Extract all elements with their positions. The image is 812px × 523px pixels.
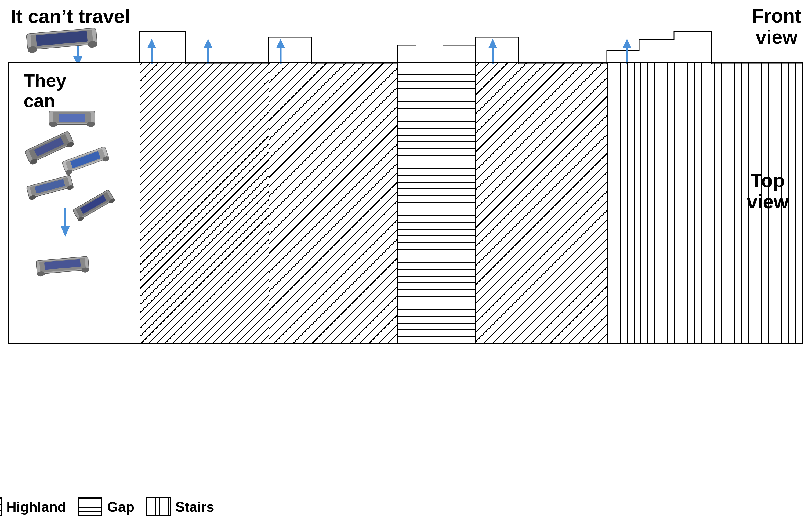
svg-marker-4: [203, 39, 213, 48]
arrow-up-3: [274, 39, 287, 65]
svg-rect-16: [58, 113, 85, 122]
legend-label-gap: Gap: [107, 499, 134, 515]
arrow-up-2: [201, 39, 215, 65]
robot-1: [45, 107, 99, 128]
legend-item-gap: Gap: [78, 498, 134, 516]
svg-marker-8: [488, 39, 497, 48]
highland2-section: [476, 62, 608, 343]
highland-section: [269, 62, 398, 343]
label-they-can: Theycan: [24, 71, 66, 111]
svg-marker-13: [61, 226, 70, 236]
main-diagram: Theycan Topview: [8, 62, 803, 344]
arrow-up-5: [620, 39, 634, 65]
legend-box-gap: [78, 498, 102, 516]
svg-marker-10: [622, 39, 632, 48]
arrow-down-inside: [58, 208, 72, 237]
legend: Ground Obstacle Highland Gap Stairs: [0, 498, 406, 516]
legend-item-highland: Highland: [0, 498, 66, 516]
label-top-view: Topview: [747, 170, 789, 212]
legend-box-stairs: [146, 498, 170, 516]
arrow-up-4: [486, 39, 500, 65]
legend-label-stairs: Stairs: [175, 499, 214, 515]
gap-section: [398, 62, 476, 343]
arrow-up-1: [145, 39, 158, 65]
obstacle-section: [141, 62, 269, 343]
legend-box-highland: [0, 498, 2, 516]
legend-item-stairs: Stairs: [146, 498, 214, 516]
legend-label-highland: Highland: [6, 499, 66, 515]
svg-point-18: [87, 122, 95, 127]
svg-point-17: [49, 122, 57, 127]
svg-marker-2: [147, 39, 156, 48]
svg-marker-6: [276, 39, 285, 48]
